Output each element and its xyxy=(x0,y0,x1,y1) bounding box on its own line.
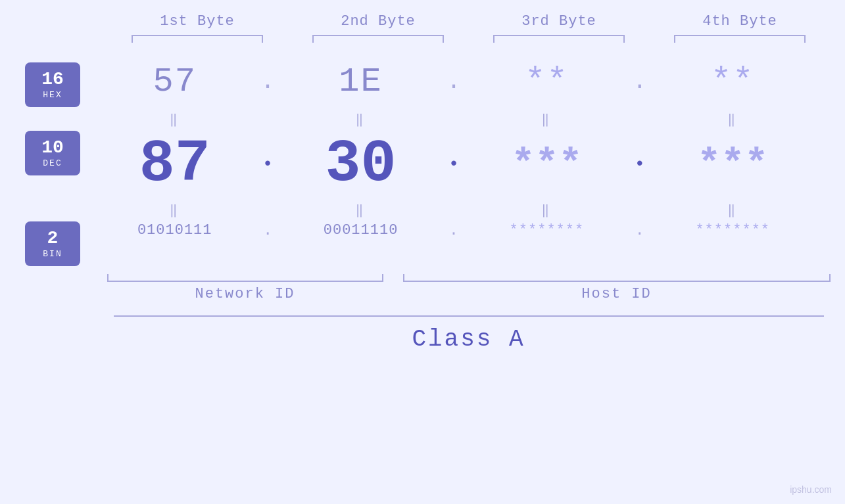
bracket-byte4 xyxy=(674,35,806,43)
bracket-labels: Network ID Host ID xyxy=(107,286,831,302)
dec-row-group: 10 DEC 87 • 30 • *** • *** xyxy=(0,131,845,198)
host-bracket xyxy=(403,274,831,282)
hex-val2: 1E xyxy=(289,62,433,101)
network-id-label: Network ID xyxy=(107,286,383,302)
bin-dot2: . xyxy=(441,221,467,239)
dec-badge-num: 10 xyxy=(41,138,64,158)
hex-row-group: 16 HEX 57 . 1E . ** . ** xyxy=(0,62,845,107)
bin-val2: 00011110 xyxy=(289,222,433,239)
header-byte2: 2nd Byte xyxy=(299,13,457,30)
hex-badge-label: HEX xyxy=(43,90,62,100)
bin-val3: ******** xyxy=(474,222,619,239)
dec-val1: 87 xyxy=(103,131,247,198)
main-container: 1st Byte 2nd Byte 3rd Byte 4th Byte 16 H… xyxy=(0,0,845,504)
hex-val3: ** xyxy=(474,62,619,101)
class-label: Class A xyxy=(114,326,824,353)
hex-val1: 57 xyxy=(103,62,247,101)
bin-dot1: . xyxy=(254,221,281,239)
hex-badge-num: 16 xyxy=(41,70,64,90)
hex-dot2: . xyxy=(441,68,467,95)
header-byte1: 1st Byte xyxy=(118,13,276,30)
dec-values: 87 • 30 • *** • *** xyxy=(92,131,815,198)
byte-headers: 1st Byte 2nd Byte 3rd Byte 4th Byte xyxy=(107,13,831,30)
dec-dot2: • xyxy=(441,154,467,174)
eq-spacer1 xyxy=(0,107,92,131)
bin-values: 01010111 . 00011110 . ******** . *******… xyxy=(92,221,815,239)
eq-spacer2 xyxy=(0,198,92,221)
eq-row2: ‖ ‖ ‖ ‖ xyxy=(0,198,845,221)
eq-symbols2: ‖ ‖ ‖ ‖ xyxy=(92,198,815,221)
bracket-byte3 xyxy=(493,35,625,43)
bracket-gap xyxy=(383,274,403,282)
hex-values: 57 . 1E . ** . ** xyxy=(92,62,815,101)
bin-dot3: . xyxy=(627,221,653,239)
hex-badge: 16 HEX xyxy=(25,62,80,107)
hex-val4: ** xyxy=(660,62,805,101)
class-bar xyxy=(114,315,824,317)
dec-val4: *** xyxy=(660,142,805,187)
hex-dot1: . xyxy=(254,68,281,95)
dec-badge-label: DEC xyxy=(43,158,62,168)
header-byte3: 3rd Byte xyxy=(480,13,638,30)
dec-badge-col: 10 DEC xyxy=(0,131,92,175)
header-byte4: 4th Byte xyxy=(661,13,819,30)
host-id-label: Host ID xyxy=(403,286,831,302)
eq-row1: ‖ ‖ ‖ ‖ xyxy=(0,107,845,131)
bracket-byte2 xyxy=(312,35,444,43)
eq-symbols1: ‖ ‖ ‖ ‖ xyxy=(92,107,815,131)
bin-badge: 2 BIN xyxy=(25,221,80,266)
bin-row-group: 2 BIN 01010111 . 00011110 . ******** . *… xyxy=(0,221,845,266)
dec-badge: 10 DEC xyxy=(25,131,80,175)
bin-badge-label: BIN xyxy=(43,249,62,259)
label-gap xyxy=(383,286,403,302)
dec-val3: *** xyxy=(474,142,619,187)
hex-badge-col: 16 HEX xyxy=(0,62,92,107)
bin-val1: 01010111 xyxy=(103,222,247,239)
dec-val2: 30 xyxy=(289,131,433,198)
top-brackets xyxy=(107,35,831,43)
watermark: ipshu.com xyxy=(790,484,832,495)
bottom-brackets xyxy=(107,274,831,282)
network-bracket xyxy=(107,274,383,282)
bin-badge-num: 2 xyxy=(47,229,59,249)
bin-val4: ******** xyxy=(660,222,805,239)
bracket-byte1 xyxy=(132,35,263,43)
dec-dot3: • xyxy=(627,154,653,174)
dec-dot1: • xyxy=(254,154,281,174)
bin-badge-col: 2 BIN xyxy=(0,221,92,266)
hex-dot3: . xyxy=(627,68,653,95)
